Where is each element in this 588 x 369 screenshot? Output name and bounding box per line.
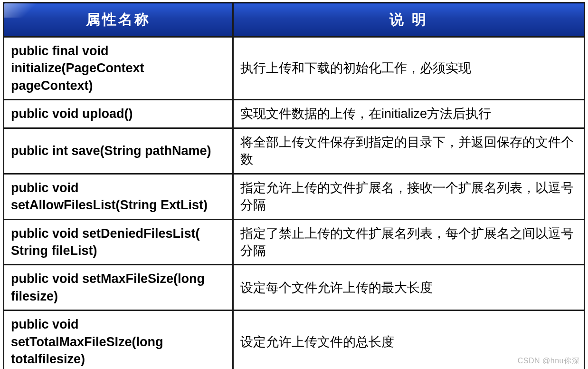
cell-desc: 将全部上传文件保存到指定的目录下，并返回保存的文件个数 [233, 128, 585, 174]
page-container: 属性名称 说 明 public final void initialize(Pa… [0, 0, 588, 369]
table-header-row: 属性名称 说 明 [4, 3, 585, 37]
cell-name: public final void initialize(PageContext… [4, 37, 233, 100]
cell-desc: 设定允许上传文件的总长度 [233, 311, 585, 369]
cell-desc: 设定每个文件允许上传的最大长度 [233, 265, 585, 311]
table-row: public final void initialize(PageContext… [4, 37, 585, 100]
api-table: 属性名称 说 明 public final void initialize(Pa… [3, 2, 585, 369]
table-row: public void setTotalMaxFileSIze(long tot… [4, 311, 585, 369]
header-desc: 说 明 [233, 3, 585, 37]
table-row: public void setMaxFileSize(long filesize… [4, 265, 585, 311]
cell-name: public int save(String pathName) [4, 128, 233, 174]
table-row: public int save(String pathName) 将全部上传文件… [4, 128, 585, 174]
cell-name: public void setMaxFileSize(long filesize… [4, 265, 233, 311]
table-row: public void upload() 实现文件数据的上传，在initiali… [4, 100, 585, 128]
cell-desc: 指定允许上传的文件扩展名，接收一个扩展名列表，以逗号分隔 [233, 174, 585, 219]
table-row: public void setDeniedFilesList( String f… [4, 219, 585, 265]
header-name: 属性名称 [4, 3, 233, 37]
cell-desc: 指定了禁止上传的文件扩展名列表，每个扩展名之间以逗号分隔 [233, 219, 585, 265]
cell-name: public void setTotalMaxFileSIze(long tot… [4, 311, 233, 369]
cell-desc: 实现文件数据的上传，在initialize方法后执行 [233, 100, 585, 128]
cell-name: public void setAllowFilesList(String Ext… [4, 174, 233, 219]
cell-name: public void setDeniedFilesList( String f… [4, 219, 233, 265]
cell-desc: 执行上传和下载的初始化工作，必须实现 [233, 37, 585, 100]
table-row: public void setAllowFilesList(String Ext… [4, 174, 585, 219]
cell-name: public void upload() [4, 100, 233, 128]
